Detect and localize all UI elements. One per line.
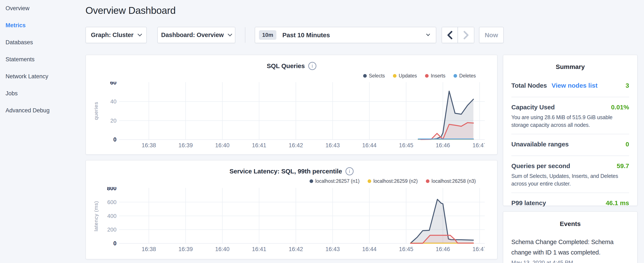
- axis-tick-label: 200: [107, 226, 116, 233]
- axis-tick-label: 16:38: [142, 142, 156, 149]
- legend-label: Inserts: [431, 73, 446, 79]
- summary-row-label: Total Nodes: [511, 82, 547, 89]
- chevron-down-icon: [426, 32, 430, 36]
- chart-title: SQL Queries: [267, 62, 305, 70]
- legend-label: localhost:26257 (n1): [315, 178, 360, 184]
- axis-tick-label: 400: [107, 213, 116, 219]
- axis-tick-label: 0: [113, 240, 116, 247]
- event-text: Schema Change Completed: Schema change w…: [511, 237, 629, 258]
- time-range-dropdown[interactable]: 10m Past 10 Minutes: [255, 27, 436, 43]
- axis-tick-label: 16:43: [326, 142, 340, 149]
- view-nodes-list-link[interactable]: View nodes list: [552, 82, 598, 89]
- chart-title: Service Latency: SQL, 99th percentile: [230, 168, 342, 175]
- event-timestamp: May 13, 2020 at 4:45 PM: [511, 259, 629, 263]
- dashboard-dropdown[interactable]: Dashboard: Overview: [157, 27, 235, 43]
- prev-time-button[interactable]: [442, 27, 458, 43]
- service-latency-chart-card: Service Latency: SQL, 99th percentile i …: [86, 160, 498, 259]
- y-axis-title: queries: [93, 82, 99, 140]
- legend-dot-icon: [310, 179, 313, 183]
- axis-tick-label: 16:45: [399, 246, 413, 252]
- legend-item: Deletes: [454, 73, 476, 79]
- chart-legend: SelectsUpdatesInsertsDeletes: [363, 73, 476, 79]
- time-range-badge: 10m: [259, 30, 276, 40]
- summary-row-label: Queries per second: [511, 162, 570, 170]
- legend-item: Updates: [393, 73, 417, 79]
- legend-dot-icon: [393, 74, 396, 78]
- axis-tick-label: 16:46: [436, 142, 450, 149]
- page-title: Overview Dashboard: [86, 5, 176, 16]
- summary-row-p99-latency: P99 latency 46.1 ms: [511, 193, 629, 214]
- axis-tick-label: 40: [110, 98, 116, 105]
- summary-row-value: 46.1 ms: [606, 199, 629, 207]
- summary-row-value: 0: [626, 141, 629, 148]
- toolbar: Graph: Cluster Dashboard: Overview 10m P…: [86, 27, 644, 43]
- axis-tick-label: 16:39: [178, 142, 193, 149]
- time-pager: [442, 27, 474, 43]
- axis-tick-label: 16:40: [215, 142, 230, 149]
- legend-dot-icon: [363, 74, 367, 78]
- summary-title: Summary: [511, 63, 629, 70]
- axis-tick-label: 16:38: [142, 246, 156, 252]
- legend-label: Updates: [399, 73, 417, 79]
- summary-panel: Summary Total Nodes View nodes list 3 Ca…: [503, 55, 638, 206]
- axis-tick-label: 16:46: [436, 246, 450, 252]
- chart-plot-area: 16:3816:3916:4016:4116:4216:4316:4416:45…: [104, 82, 485, 150]
- axis-tick-label: 16:40: [215, 246, 230, 252]
- legend-label: Selects: [369, 73, 385, 79]
- sidebar-item-statements[interactable]: Statements: [6, 56, 85, 63]
- legend-dot-icon: [426, 179, 430, 183]
- axis-tick-label: 16:39: [178, 246, 193, 252]
- legend-label: localhost:26259 (n2): [373, 178, 418, 184]
- sidebar-item-jobs[interactable]: Jobs: [6, 90, 85, 97]
- chevron-left-icon: [447, 31, 453, 39]
- sidebar-item-network-latency[interactable]: Network Latency: [6, 73, 85, 80]
- summary-row-description: Sum of Selects, Updates, Inserts, and De…: [511, 172, 629, 187]
- axis-tick-label: 16:45: [399, 142, 413, 149]
- axis-tick-label: 16:47: [472, 246, 485, 252]
- axis-tick-label: 20: [110, 117, 116, 124]
- axis-tick-label: 16:44: [362, 142, 377, 149]
- sidebar-item-databases[interactable]: Databases: [6, 39, 85, 46]
- next-time-button[interactable]: [458, 27, 474, 43]
- axis-tick-label: 600: [107, 199, 116, 205]
- axis-tick-label: 16:47: [472, 142, 485, 149]
- summary-row-label: Capacity Used: [511, 104, 555, 111]
- legend-label: Deletes: [459, 73, 476, 79]
- summary-row-unavailable-ranges: Unavailable ranges 0: [511, 134, 629, 156]
- chevron-right-icon: [463, 31, 469, 39]
- legend-label: localhost:26258 (n3): [432, 178, 476, 184]
- legend-dot-icon: [454, 74, 457, 78]
- summary-row-label: P99 latency: [511, 199, 546, 207]
- chart-canvas: 16:3816:3916:4016:4116:4216:4316:4416:45…: [104, 187, 485, 253]
- chart-plot-area: 16:3816:3916:4016:4116:4216:4316:4416:45…: [104, 187, 485, 254]
- axis-tick-label: 16:42: [289, 246, 303, 252]
- legend-item: Selects: [363, 73, 385, 79]
- chart-canvas: 16:3816:3916:4016:4116:4216:4316:4416:45…: [104, 82, 485, 149]
- summary-row-total-nodes: Total Nodes View nodes list 3: [511, 82, 629, 97]
- chart-legend: localhost:26257 (n1)localhost:26259 (n2)…: [310, 178, 476, 184]
- chevron-down-icon: [228, 32, 232, 36]
- legend-item: localhost:26259 (n2): [368, 178, 418, 184]
- summary-row-queries-per-second: Queries per second 59.7 Sum of Selects, …: [511, 156, 629, 193]
- sidebar-item-metrics[interactable]: Metrics: [6, 22, 85, 29]
- axis-tick-label: 16:43: [326, 246, 340, 252]
- summary-row-capacity-used: Capacity Used 0.01% You are using 28.6 M…: [511, 97, 629, 134]
- info-icon[interactable]: i: [308, 62, 316, 70]
- chevron-down-icon: [138, 32, 142, 36]
- legend-dot-icon: [425, 74, 428, 78]
- legend-dot-icon: [368, 179, 371, 183]
- summary-row-description: You are using 28.6 MiB of 515.9 GiB usab…: [511, 113, 629, 129]
- axis-tick-label: 0: [113, 136, 116, 143]
- sidebar-item-overview[interactable]: Overview: [6, 5, 85, 12]
- axis-tick-label: 16:41: [252, 142, 266, 149]
- sidebar-item-advanced-debug[interactable]: Advanced Debug: [6, 107, 85, 114]
- axis-tick-label: 16:41: [252, 246, 266, 252]
- legend-item: Inserts: [425, 73, 446, 79]
- graph-scope-dropdown[interactable]: Graph: Cluster: [86, 27, 147, 43]
- sidebar: Overview Metrics Databases Statements Ne…: [0, 0, 85, 263]
- axis-tick-label: 16:44: [362, 246, 377, 252]
- legend-item: localhost:26258 (n3): [426, 178, 476, 184]
- now-button[interactable]: Now: [479, 27, 504, 43]
- graph-scope-label: Graph: Cluster: [91, 32, 133, 39]
- info-icon[interactable]: i: [346, 167, 354, 175]
